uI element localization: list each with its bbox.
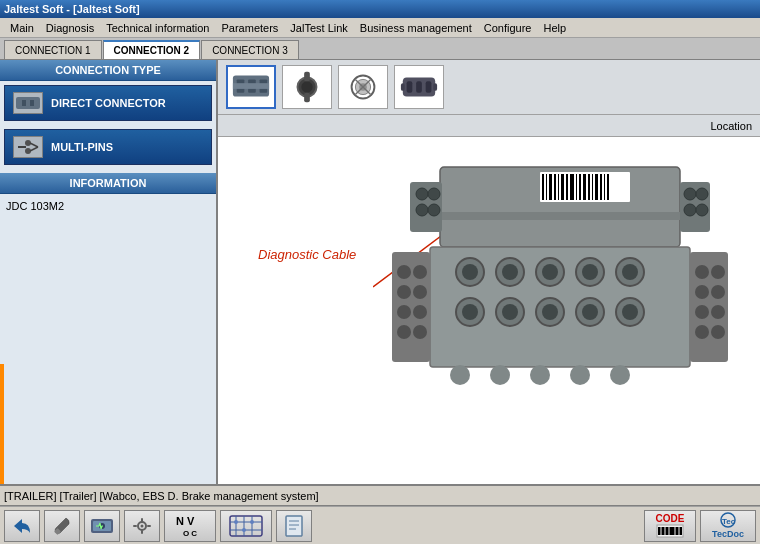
svg-point-88 xyxy=(711,265,725,279)
multi-pins-icon xyxy=(13,136,43,158)
svg-point-94 xyxy=(711,325,725,339)
diagnostic-icon xyxy=(90,516,114,536)
svg-point-102 xyxy=(397,325,411,339)
bottom-toolbar: N V O C CODE xyxy=(0,506,760,544)
connector-icon-3[interactable] xyxy=(338,65,388,109)
connector-icon-1[interactable] xyxy=(226,65,276,109)
svg-point-53 xyxy=(684,204,696,216)
svg-rect-24 xyxy=(416,81,422,92)
svg-point-62 xyxy=(462,264,478,280)
svg-text:N V: N V xyxy=(176,515,195,527)
svg-rect-36 xyxy=(558,174,559,200)
svg-point-54 xyxy=(696,204,708,216)
tab-connection-1[interactable]: CONNECTION 1 xyxy=(4,40,102,59)
svg-point-98 xyxy=(397,285,411,299)
diagnostic-cable-label: Diagnostic Cable xyxy=(258,247,356,262)
connector-icon-2[interactable] xyxy=(282,65,332,109)
info-value: JDC 103M2 xyxy=(6,200,64,212)
menu-business[interactable]: Business management xyxy=(354,20,478,36)
svg-rect-47 xyxy=(604,174,605,200)
code-button[interactable]: CODE xyxy=(644,510,696,542)
svg-rect-81 xyxy=(450,365,470,385)
svg-rect-48 xyxy=(607,174,609,200)
nv-oc-button[interactable]: N V O C xyxy=(164,510,216,542)
svg-rect-38 xyxy=(566,174,568,200)
settings-icon xyxy=(131,516,153,536)
back-icon xyxy=(12,517,32,535)
diagram-area: Diagnostic Cable xyxy=(218,137,760,484)
svg-point-89 xyxy=(695,285,709,299)
svg-point-100 xyxy=(397,305,411,319)
svg-rect-34 xyxy=(549,174,552,200)
svg-rect-82 xyxy=(490,365,510,385)
svg-rect-83 xyxy=(530,365,550,385)
svg-rect-23 xyxy=(407,81,413,92)
tools-button[interactable] xyxy=(44,510,80,542)
right-panel: Location Diagnostic Cable xyxy=(218,60,760,484)
svg-rect-25 xyxy=(426,81,432,92)
report-button[interactable] xyxy=(276,510,312,542)
svg-point-93 xyxy=(695,325,709,339)
settings-button[interactable] xyxy=(124,510,160,542)
connector-icon-4[interactable] xyxy=(394,65,444,109)
svg-line-7 xyxy=(30,147,38,151)
menu-diagnosis[interactable]: Diagnosis xyxy=(40,20,100,36)
svg-rect-1 xyxy=(22,100,26,106)
direct-connector-button[interactable]: DIRECT CONNECTOR xyxy=(4,85,212,121)
svg-point-68 xyxy=(582,264,598,280)
tecdoc-button[interactable]: Tec TecDoc xyxy=(700,510,756,542)
tecdoc-icon: Tec xyxy=(713,512,743,528)
svg-rect-43 xyxy=(588,174,590,200)
svg-rect-84 xyxy=(570,365,590,385)
circuit-button[interactable] xyxy=(220,510,272,542)
menu-parameters[interactable]: Parameters xyxy=(216,20,285,36)
report-icon xyxy=(284,515,304,537)
wrench-icon xyxy=(52,516,72,536)
svg-line-6 xyxy=(30,143,38,147)
svg-rect-26 xyxy=(433,83,437,91)
diagnostic-button[interactable] xyxy=(84,510,120,542)
menu-main[interactable]: Main xyxy=(4,20,40,36)
direct-connector-icon xyxy=(13,92,43,114)
svg-point-58 xyxy=(416,204,428,216)
direct-connector-label: DIRECT CONNECTOR xyxy=(51,97,166,109)
status-bar: [TRAILER] [Trailer] [Wabco, EBS D. Brake… xyxy=(0,484,760,506)
svg-rect-37 xyxy=(561,174,564,200)
svg-point-72 xyxy=(462,304,478,320)
multi-pins-button[interactable]: MULTI-PINS xyxy=(4,129,212,165)
orange-accent-line xyxy=(0,364,4,484)
svg-point-56 xyxy=(416,188,428,200)
svg-rect-39 xyxy=(570,174,574,200)
menu-jaltest-link[interactable]: JalTest Link xyxy=(284,20,353,36)
svg-rect-15 xyxy=(304,72,310,82)
information-header: INFORMATION xyxy=(0,173,216,194)
svg-rect-27 xyxy=(401,83,405,91)
svg-point-92 xyxy=(711,305,725,319)
svg-rect-45 xyxy=(595,174,598,200)
svg-rect-113 xyxy=(147,525,151,527)
svg-rect-41 xyxy=(579,174,581,200)
nv-oc-icon: N V xyxy=(175,514,205,528)
svg-point-87 xyxy=(695,265,709,279)
svg-rect-49 xyxy=(440,212,680,220)
menu-help[interactable]: Help xyxy=(537,20,572,36)
ebs-component-image xyxy=(380,157,740,437)
svg-point-76 xyxy=(542,304,558,320)
svg-point-91 xyxy=(695,305,709,319)
svg-point-101 xyxy=(413,305,427,319)
svg-point-70 xyxy=(622,264,638,280)
svg-point-99 xyxy=(413,285,427,299)
tab-connection-2[interactable]: CONNECTION 2 xyxy=(103,40,201,59)
menu-configure[interactable]: Configure xyxy=(478,20,538,36)
svg-point-14 xyxy=(301,81,312,92)
back-button[interactable] xyxy=(4,510,40,542)
menu-technical[interactable]: Technical information xyxy=(100,20,215,36)
menu-bar: Main Diagnosis Technical information Par… xyxy=(0,18,760,38)
svg-point-123 xyxy=(250,520,254,524)
information-section: INFORMATION JDC 103M2 xyxy=(0,173,216,254)
connection-type-header: CONNECTION TYPE xyxy=(0,60,216,81)
svg-point-122 xyxy=(242,528,246,532)
tab-connection-3[interactable]: CONNECTION 3 xyxy=(201,40,299,59)
svg-point-80 xyxy=(622,304,638,320)
left-panel: CONNECTION TYPE DIRECT CONNECTOR xyxy=(0,60,218,484)
